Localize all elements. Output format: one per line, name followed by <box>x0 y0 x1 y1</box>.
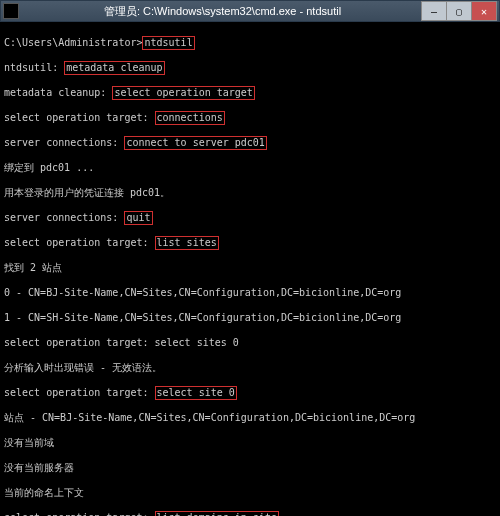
maximize-button[interactable]: ▢ <box>446 1 472 21</box>
hl-list-domains-in-site: list domains in site <box>155 511 279 517</box>
hl-quit: quit <box>124 211 152 226</box>
output-line: select operation target: connections <box>4 112 496 125</box>
output-line: select operation target: list sites <box>4 237 496 250</box>
output-line: 用本登录的用户的凭证连接 pdc01。 <box>4 187 496 200</box>
output-line: C:\Users\Administrator>ntdsutil <box>4 37 496 50</box>
hl-select-site-0: select site 0 <box>155 386 237 401</box>
titlebar: 管理员: C:\Windows\system32\cmd.exe - ntdsu… <box>0 0 500 22</box>
output-line: ntdsutil: metadata cleanup <box>4 62 496 75</box>
window-controls: — ▢ ✕ <box>422 1 497 21</box>
hl-select-operation-target: select operation target <box>112 86 254 101</box>
output-line: server connections: quit <box>4 212 496 225</box>
window-title: 管理员: C:\Windows\system32\cmd.exe - ntdsu… <box>23 4 422 19</box>
output-line: 没有当前服务器 <box>4 462 496 475</box>
hl-connect-to-server: connect to server pdc01 <box>124 136 266 151</box>
output-line: 0 - CN=BJ-Site-Name,CN=Sites,CN=Configur… <box>4 287 496 300</box>
output-line: select operation target: list domains in… <box>4 512 496 517</box>
hl-metadata-cleanup: metadata cleanup <box>64 61 164 76</box>
terminal-output[interactable]: C:\Users\Administrator>ntdsutil ntdsutil… <box>0 22 500 516</box>
output-line: 没有当前域 <box>4 437 496 450</box>
output-line: select operation target: select site 0 <box>4 387 496 400</box>
output-line: server connections: connect to server pd… <box>4 137 496 150</box>
hl-ntdsutil: ntdsutil <box>142 36 194 51</box>
output-line: 分析输入时出现错误 - 无效语法。 <box>4 362 496 375</box>
hl-list-sites: list sites <box>155 236 219 251</box>
output-line: 1 - CN=SH-Site-Name,CN=Sites,CN=Configur… <box>4 312 496 325</box>
minimize-button[interactable]: — <box>421 1 447 21</box>
cmd-icon <box>3 3 19 19</box>
close-button[interactable]: ✕ <box>471 1 497 21</box>
output-line: 找到 2 站点 <box>4 262 496 275</box>
output-line: 绑定到 pdc01 ... <box>4 162 496 175</box>
hl-connections: connections <box>155 111 225 126</box>
output-line: select operation target: select sites 0 <box>4 337 496 350</box>
output-line: metadata cleanup: select operation targe… <box>4 87 496 100</box>
output-line: 当前的命名上下文 <box>4 487 496 500</box>
output-line: 站点 - CN=BJ-Site-Name,CN=Sites,CN=Configu… <box>4 412 496 425</box>
